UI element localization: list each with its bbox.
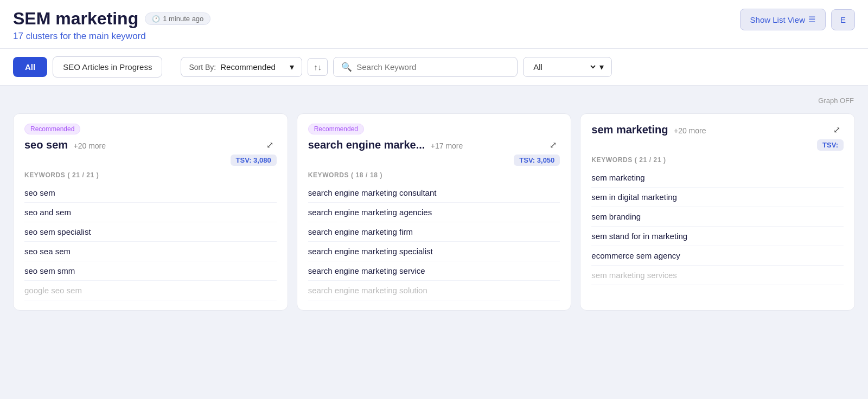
keyword-item: search engine marketing specialist bbox=[308, 242, 560, 261]
expand-button[interactable]: ⤢ bbox=[830, 124, 844, 136]
header-title: SEM marketing 🕐 1 minute ago bbox=[13, 9, 210, 29]
more-tag: +17 more bbox=[431, 141, 463, 150]
header-right: Show List View ☰ E bbox=[740, 9, 855, 30]
title-text: SEM marketing bbox=[13, 9, 138, 29]
expand-button[interactable]: ⤢ bbox=[546, 139, 560, 151]
card-title-text: sem marketing bbox=[591, 124, 668, 136]
keywords-header: KEYWORDS ( 18 / 18 ) bbox=[308, 171, 560, 179]
search-input[interactable] bbox=[356, 62, 509, 72]
sort-group: Sort By: Recommended Alphabetical TSV ▾ bbox=[181, 57, 302, 77]
keyword-item: sem branding bbox=[591, 207, 844, 227]
keyword-item: search engine marketing agencies bbox=[308, 203, 560, 222]
card-title: sem marketing +20 more bbox=[591, 124, 706, 136]
keyword-item: search engine marketing service bbox=[308, 261, 560, 281]
sort-order-icon: ↑↓ bbox=[314, 62, 322, 72]
keyword-item: sem in digital marketing bbox=[591, 188, 844, 207]
filter-chevron-icon: ▾ bbox=[599, 62, 604, 72]
tsv-badge: TSV: 3,080 bbox=[231, 155, 277, 166]
recommended-badge: Recommended bbox=[308, 124, 364, 134]
more-tag: +20 more bbox=[674, 126, 706, 135]
keyword-item: sem marketing services bbox=[591, 266, 844, 285]
sort-order-button[interactable]: ↑↓ bbox=[308, 58, 328, 76]
keyword-item: seo sem specialist bbox=[24, 222, 277, 242]
keyword-item: search engine marketing firm bbox=[308, 222, 560, 242]
filter-select-wrap: All Recommended Clusters ▾ bbox=[523, 57, 612, 77]
timestamp-badge: 🕐 1 minute ago bbox=[145, 12, 210, 25]
header-left: SEM marketing 🕐 1 minute ago 17 clusters… bbox=[13, 9, 210, 42]
toolbar: All SEO Articles in Progress Sort By: Re… bbox=[0, 49, 868, 86]
top-header: SEM marketing 🕐 1 minute ago 17 clusters… bbox=[0, 0, 868, 49]
tsv-badge: TSV: 3,050 bbox=[514, 155, 560, 166]
card-title-text: search engine marke... bbox=[308, 139, 425, 151]
cluster-card-2: sem marketing +20 more ⤢ TSV:KEYWORDS ( … bbox=[580, 113, 855, 311]
more-tag: +20 more bbox=[74, 141, 106, 150]
timestamp-text: 1 minute ago bbox=[163, 15, 203, 23]
clock-icon: 🕐 bbox=[152, 15, 160, 23]
keywords-header: KEYWORDS ( 21 / 21 ) bbox=[24, 171, 277, 179]
search-box: 🔍 bbox=[333, 57, 518, 77]
keyword-item: seo and sem bbox=[24, 203, 277, 222]
expand-button[interactable]: ⤢ bbox=[263, 139, 277, 151]
keyword-item: sem stand for in marketing bbox=[591, 227, 844, 246]
cluster-card-1: Recommended search engine marke... +17 m… bbox=[297, 113, 572, 311]
extra-btn-label: E bbox=[840, 15, 846, 24]
card-title-row: seo sem +20 more ⤢ bbox=[24, 139, 277, 151]
keyword-item: seo sem smm bbox=[24, 261, 277, 281]
content-area: Graph OFF Recommended seo sem +20 more ⤢… bbox=[0, 86, 868, 321]
search-icon: 🔍 bbox=[341, 62, 352, 72]
tab-all-button[interactable]: All bbox=[13, 57, 47, 77]
graph-off-label: Graph OFF bbox=[13, 96, 854, 105]
keyword-item: sem marketing bbox=[591, 168, 844, 188]
cluster-card-0: Recommended seo sem +20 more ⤢ TSV: 3,08… bbox=[13, 113, 288, 311]
keyword-item: search engine marketing consultant bbox=[308, 183, 560, 203]
show-list-label: Show List View bbox=[750, 15, 805, 24]
keyword-item: ecommerce sem agency bbox=[591, 246, 844, 266]
cards-row: Recommended seo sem +20 more ⤢ TSV: 3,08… bbox=[13, 113, 855, 311]
list-icon: ☰ bbox=[808, 15, 815, 24]
keyword-item: seo sem bbox=[24, 183, 277, 203]
sort-label: Sort By: bbox=[189, 63, 216, 72]
sort-select[interactable]: Recommended Alphabetical TSV bbox=[220, 62, 285, 72]
tab-seo-articles-button[interactable]: SEO Articles in Progress bbox=[53, 56, 162, 78]
card-title-row: search engine marke... +17 more ⤢ bbox=[308, 139, 560, 151]
card-title: seo sem +20 more bbox=[24, 139, 106, 151]
keyword-item: search engine marketing solution bbox=[308, 281, 560, 300]
card-title-row: sem marketing +20 more ⤢ bbox=[591, 124, 844, 136]
show-list-view-button[interactable]: Show List View ☰ bbox=[740, 9, 826, 30]
header-subtitle: 17 clusters for the main keyword bbox=[13, 31, 210, 42]
recommended-badge: Recommended bbox=[24, 124, 80, 134]
keywords-header: KEYWORDS ( 21 / 21 ) bbox=[591, 156, 844, 164]
keyword-item: seo sea sem bbox=[24, 242, 277, 261]
filter-select[interactable]: All Recommended Clusters bbox=[531, 62, 597, 72]
keyword-item: google seo sem bbox=[24, 281, 277, 300]
card-title: search engine marke... +17 more bbox=[308, 139, 463, 151]
chevron-down-icon: ▾ bbox=[290, 62, 294, 72]
card-title-text: seo sem bbox=[24, 139, 68, 151]
extra-button[interactable]: E bbox=[831, 9, 855, 30]
tsv-badge: TSV: bbox=[817, 139, 844, 151]
